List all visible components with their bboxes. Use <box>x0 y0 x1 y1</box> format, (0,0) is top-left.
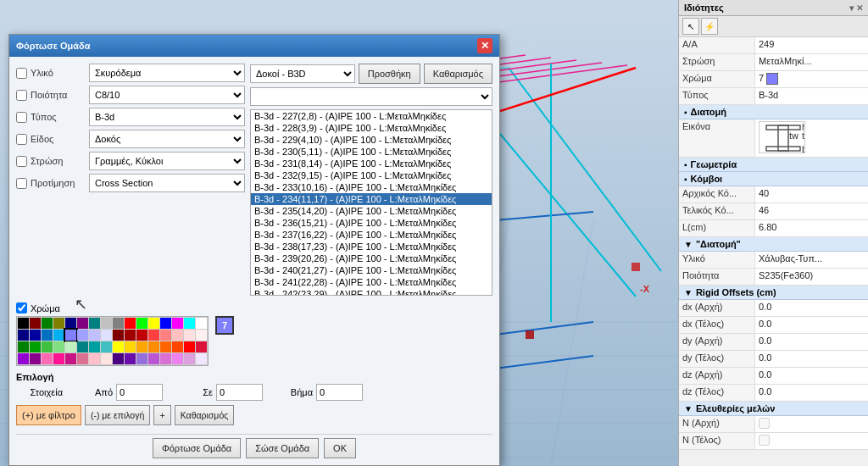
color-cell[interactable] <box>184 353 195 364</box>
eidos-checkbox[interactable] <box>16 134 27 145</box>
dokoi-select[interactable]: Δοκοί - B3D <box>250 64 355 83</box>
me-filtro-button[interactable]: (+) με φίλτρο <box>16 405 81 425</box>
list-item[interactable]: B-3d - 230(5,11) - (A)IPE 100 - L:ΜεταλΜ… <box>251 146 492 158</box>
eidos-select[interactable]: Δοκός <box>89 130 245 148</box>
color-cell[interactable] <box>113 353 124 364</box>
color-cell[interactable] <box>53 318 64 329</box>
list-item[interactable]: B-3d - 235(14,20) - (A)IPE 100 - L:Μεταλ… <box>251 205 492 217</box>
color-cell[interactable] <box>113 341 124 352</box>
color-cell[interactable] <box>113 330 124 341</box>
color-cell[interactable] <box>18 318 29 329</box>
dialog-close-button[interactable]: ✕ <box>477 38 492 53</box>
apo-input[interactable] <box>116 384 163 401</box>
plus-button[interactable]: + <box>153 405 170 425</box>
list-item[interactable]: B-3d - 229(4,10) - (A)IPE 100 - L:ΜεταλΜ… <box>251 134 492 146</box>
color-cell[interactable] <box>196 341 207 352</box>
list-item[interactable]: B-3d - 234(11,17) - (A)IPE 100 - L:Μεταλ… <box>251 193 492 205</box>
xroma-checkbox[interactable] <box>16 302 27 313</box>
section-rigid[interactable]: ▼ Rigid Offsets (cm) <box>679 286 868 300</box>
katharismos-filter-button[interactable]: Καθαρισμός <box>175 405 235 425</box>
list-item[interactable]: B-3d - 237(16,22) - (A)IPE 100 - L:Μεταλ… <box>251 229 492 241</box>
strosi-select[interactable]: Γραμμές, Κύκλοι <box>89 152 245 170</box>
color-cell[interactable] <box>160 341 171 352</box>
color-cell[interactable] <box>89 318 100 329</box>
section-elef[interactable]: ▼ Ελευθερίες μελών <box>679 402 868 416</box>
color-cell[interactable] <box>125 318 136 329</box>
dokoi-sub-select[interactable] <box>250 87 492 106</box>
color-cell[interactable] <box>18 341 29 352</box>
color-cell[interactable] <box>101 318 112 329</box>
color-cell[interactable] <box>30 353 41 364</box>
n-arxh-checkbox[interactable] <box>759 418 770 429</box>
color-palette[interactable] <box>16 316 209 366</box>
color-cell[interactable] <box>196 318 207 329</box>
color-cell[interactable] <box>196 330 207 341</box>
color-cell[interactable] <box>125 353 136 364</box>
cursor-tool-btn[interactable]: ↖ <box>682 18 699 35</box>
color-cell[interactable] <box>148 353 159 364</box>
sose-button[interactable]: Σώσε Ομάδα <box>246 438 319 458</box>
color-cell[interactable] <box>42 353 53 364</box>
color-cell[interactable] <box>89 353 100 364</box>
color-cell[interactable] <box>172 353 183 364</box>
list-item[interactable]: B-3d - 232(9,15) - (A)IPE 100 - L:ΜεταλΜ… <box>251 169 492 181</box>
fortose-button[interactable]: Φόρτωσε Ομάδα <box>153 438 241 458</box>
color-cell[interactable] <box>148 318 159 329</box>
color-cell[interactable] <box>42 330 53 341</box>
color-cell[interactable] <box>42 341 53 352</box>
color-cell[interactable] <box>65 353 76 364</box>
color-cell[interactable] <box>77 330 88 341</box>
color-cell[interactable] <box>125 330 136 341</box>
ok-button[interactable]: OK <box>324 438 356 458</box>
me-epilogi-button[interactable]: (-) με επιλογή <box>85 405 150 425</box>
color-cell[interactable] <box>65 318 76 329</box>
color-cell[interactable] <box>148 341 159 352</box>
color-cell[interactable] <box>184 330 195 341</box>
list-item[interactable]: B-3d - 239(20,26) - (A)IPE 100 - L:Μεταλ… <box>251 252 492 264</box>
color-cell[interactable] <box>160 353 171 364</box>
list-item[interactable]: B-3d - 231(8,14) - (A)IPE 100 - L:ΜεταλΜ… <box>251 158 492 169</box>
se-input[interactable] <box>216 384 263 401</box>
color-cell[interactable] <box>89 341 100 352</box>
strosi-checkbox[interactable] <box>16 156 27 167</box>
vima-input[interactable] <box>316 384 363 401</box>
color-cell[interactable] <box>136 353 147 364</box>
katharismos-top-button[interactable]: Καθαρισμός <box>424 64 492 84</box>
prosthiki-button[interactable]: Προσθήκη <box>359 64 420 84</box>
color-cell[interactable] <box>42 318 53 329</box>
color-cell[interactable] <box>184 341 195 352</box>
list-item[interactable]: B-3d - 228(3,9) - (A)IPE 100 - L:ΜεταλΜη… <box>251 122 492 134</box>
section-komboi[interactable]: ▪ Κόμβοι <box>679 172 868 186</box>
color-cell[interactable] <box>53 341 64 352</box>
list-item[interactable]: B-3d - 233(10,16) - (A)IPE 100 - L:Μεταλ… <box>251 181 492 193</box>
color-cell[interactable] <box>113 318 124 329</box>
color-cell[interactable] <box>101 341 112 352</box>
color-cell[interactable] <box>53 330 64 341</box>
color-cell[interactable] <box>172 341 183 352</box>
n-telos-checkbox[interactable] <box>759 435 770 446</box>
list-item[interactable]: B-3d - 242(23,29) - (A)IPE 100 - L:Μεταλ… <box>251 288 492 296</box>
list-item[interactable]: B-3d - 238(17,23) - (A)IPE 100 - L:Μεταλ… <box>251 241 492 252</box>
color-cell[interactable] <box>18 330 29 341</box>
color-cell[interactable] <box>101 353 112 364</box>
list-item[interactable]: B-3d - 236(15,21) - (A)IPE 100 - L:Μεταλ… <box>251 217 492 229</box>
color-cell[interactable] <box>160 318 171 329</box>
color-cell[interactable] <box>160 330 171 341</box>
color-cell[interactable] <box>196 353 207 364</box>
typos-checkbox[interactable] <box>16 112 27 123</box>
color-cell[interactable] <box>136 341 147 352</box>
yliko-checkbox[interactable] <box>16 68 27 79</box>
color-cell[interactable] <box>101 330 112 341</box>
color-cell[interactable] <box>77 353 88 364</box>
section-diatomi2[interactable]: ▼ "Διατομή" <box>679 237 868 252</box>
lightning-tool-btn[interactable]: ⚡ <box>701 18 718 35</box>
color-cell[interactable] <box>125 341 136 352</box>
section-geometria[interactable]: ▪ Γεωμετρία <box>679 158 868 172</box>
list-item[interactable]: B-3d - 240(21,27) - (A)IPE 100 - L:Μεταλ… <box>251 264 492 276</box>
color-cell[interactable] <box>136 318 147 329</box>
poiotita-select[interactable]: C8/10 <box>89 86 245 104</box>
section-diatomi[interactable]: ▪ Διατομή <box>679 105 868 119</box>
color-cell[interactable] <box>136 330 147 341</box>
color-cell[interactable] <box>77 341 88 352</box>
color-cell[interactable] <box>65 341 76 352</box>
